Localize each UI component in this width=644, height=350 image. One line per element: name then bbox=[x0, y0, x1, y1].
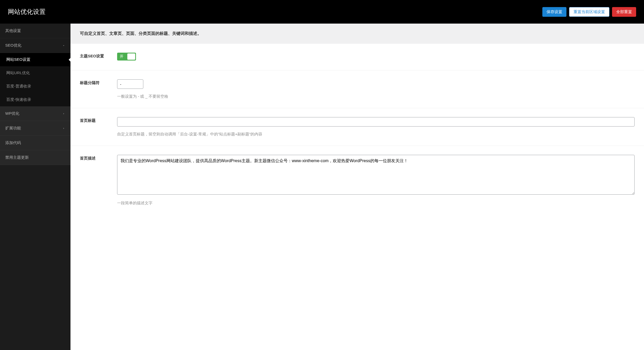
field-label: 首页描述 bbox=[80, 155, 117, 161]
page-description: 可自定义首页、文章页、页面、分类页面的标题、关键词和描述。 bbox=[70, 24, 644, 44]
sidebar-item-label: 网站SEO设置 bbox=[6, 57, 30, 62]
sidebar-item-extensions[interactable]: 扩展功能 bbox=[0, 121, 70, 136]
sidebar-subitem-baidu-fast[interactable]: 百度-快速收录 bbox=[0, 93, 70, 106]
main-content: 可自定义首页、文章页、页面、分类页面的标题、关键词和描述。 主题SEO设置 开 … bbox=[70, 24, 644, 350]
title-separator-input[interactable] bbox=[117, 79, 143, 89]
sidebar-item-label: WP优化 bbox=[5, 111, 19, 116]
sidebar-item-label: 百度-普通收录 bbox=[6, 84, 31, 88]
field-label: 首页标题 bbox=[80, 117, 117, 123]
sidebar-item-label: 其他设置 bbox=[5, 28, 21, 33]
sidebar-item-add-code[interactable]: 添加代码 bbox=[0, 136, 70, 150]
reset-all-button[interactable]: 全部重置 bbox=[612, 7, 636, 17]
field-label: 主题SEO设置 bbox=[80, 53, 117, 59]
home-title-input[interactable] bbox=[117, 117, 635, 127]
home-description-textarea[interactable] bbox=[117, 155, 635, 195]
field-control: 一段简单的描述文字 bbox=[117, 155, 635, 206]
sidebar-item-other-settings[interactable]: 其他设置 bbox=[0, 24, 70, 38]
toggle-on-label: 开 bbox=[120, 54, 123, 59]
sidebar-item-label: 百度-快速收录 bbox=[6, 97, 31, 102]
field-control: 自定义首页标题，留空则自动调用「后台-设置-常规」中的"站点标题+副标题"的内容 bbox=[117, 117, 635, 137]
sidebar-item-seo[interactable]: SEO优化 bbox=[0, 38, 70, 53]
header: 网站优化设置 保存设置 重置当前区域设置 全部重置 bbox=[0, 0, 644, 24]
theme-seo-toggle[interactable]: 开 bbox=[117, 53, 136, 61]
help-text: 一般设置为 - 或 _ 不要留空格 bbox=[117, 94, 635, 99]
sidebar-item-label: 禁用主题更新 bbox=[5, 155, 29, 160]
sidebar-subitem-site-seo[interactable]: 网站SEO设置 bbox=[0, 53, 70, 66]
page-title: 网站优化设置 bbox=[8, 8, 46, 16]
form-row-title-separator: 标题分隔符 一般设置为 - 或 _ 不要留空格 bbox=[70, 70, 644, 108]
sidebar-item-disable-theme-update[interactable]: 禁用主题更新 bbox=[0, 150, 70, 165]
help-text: 自定义首页标题，留空则自动调用「后台-设置-常规」中的"站点标题+副标题"的内容 bbox=[117, 132, 635, 137]
sidebar-item-label: 添加代码 bbox=[5, 140, 21, 145]
reset-section-button[interactable]: 重置当前区域设置 bbox=[569, 7, 609, 17]
sidebar-subitem-url-optimize[interactable]: 网站URL优化 bbox=[0, 66, 70, 80]
sidebar: 其他设置 SEO优化 网站SEO设置 网站URL优化 百度-普通收录 百度-快速… bbox=[0, 24, 70, 350]
save-button[interactable]: 保存设置 bbox=[542, 7, 566, 17]
sidebar-item-wp-optimize[interactable]: WP优化 bbox=[0, 106, 70, 121]
sidebar-item-label: SEO优化 bbox=[5, 43, 21, 48]
sidebar-subitem-baidu-normal[interactable]: 百度-普通收录 bbox=[0, 80, 70, 93]
toggle-handle bbox=[127, 53, 135, 60]
chevron-down-icon bbox=[62, 44, 65, 47]
form-row-home-description: 首页描述 一段简单的描述文字 bbox=[70, 146, 644, 215]
header-actions: 保存设置 重置当前区域设置 全部重置 bbox=[542, 7, 636, 17]
sidebar-item-label: 网站URL优化 bbox=[6, 70, 30, 75]
form-row-theme-seo: 主题SEO设置 开 bbox=[70, 44, 644, 70]
sidebar-item-label: 扩展功能 bbox=[5, 126, 21, 131]
help-text: 一段简单的描述文字 bbox=[117, 201, 635, 206]
field-control: 开 bbox=[117, 53, 635, 61]
field-control: 一般设置为 - 或 _ 不要留空格 bbox=[117, 79, 635, 99]
field-label: 标题分隔符 bbox=[80, 79, 117, 85]
chevron-right-icon bbox=[62, 127, 65, 130]
main-container: 其他设置 SEO优化 网站SEO设置 网站URL优化 百度-普通收录 百度-快速… bbox=[0, 24, 644, 350]
chevron-right-icon bbox=[62, 112, 65, 115]
form-row-home-title: 首页标题 自定义首页标题，留空则自动调用「后台-设置-常规」中的"站点标题+副标… bbox=[70, 108, 644, 146]
